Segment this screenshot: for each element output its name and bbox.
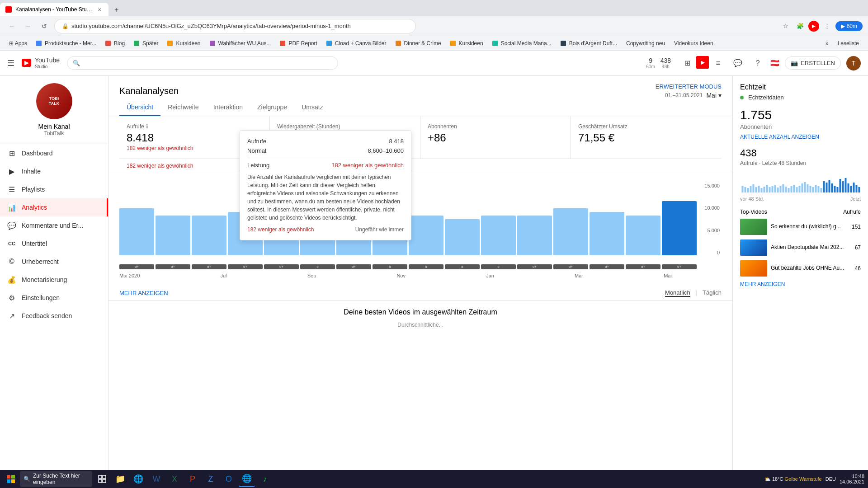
erweiterter-modus-button[interactable]: ERWEITERTER MODUS (656, 83, 722, 90)
date-range-text: 01.–31.05.2021 (665, 92, 703, 99)
taskbar-excel[interactable]: X (166, 471, 183, 487)
user-avatar[interactable]: T (846, 56, 861, 70)
mehr-anzeigen-btn[interactable]: MEHR ANZEIGEN (740, 281, 861, 287)
bookmark-social[interactable]: Social Media Mana... (489, 38, 555, 48)
info-icon[interactable]: ℹ (146, 123, 148, 130)
bookmark-pdf[interactable]: PDF Report (276, 38, 321, 48)
taskbar-word[interactable]: W (148, 471, 165, 487)
tab-interaktion[interactable]: Interaktion (206, 99, 250, 116)
bar-group-11[interactable] (517, 183, 552, 255)
bar-group-2[interactable] (192, 183, 226, 255)
bookmark-bois[interactable]: Bois d'Argent Duft... (557, 38, 621, 48)
bookmark-cload[interactable]: Cload + Canva Bilder (323, 38, 390, 48)
extension-btn[interactable]: 🧩 (794, 20, 807, 33)
date-period-selector[interactable]: Mai ▾ (706, 92, 722, 99)
menu-btn[interactable]: ≡ (711, 56, 725, 70)
top-videos-header: Top-Videos Aufrufe (740, 209, 861, 215)
taskbar-task-view[interactable] (94, 471, 110, 487)
bar-group-14[interactable] (626, 183, 660, 255)
nav-item-dashboard[interactable]: ⊞ Dashboard (0, 144, 108, 162)
yt-studio-logo[interactable]: ▶ YouTube Studio (22, 57, 60, 69)
back-button[interactable]: ← (5, 20, 18, 33)
bar-group-13[interactable] (590, 183, 624, 255)
grid-view-btn[interactable]: ⊞ (680, 56, 694, 70)
tab-umsatz[interactable]: Umsatz (294, 99, 330, 116)
forward-button[interactable]: → (22, 20, 34, 33)
play-btn[interactable]: ▶ (696, 56, 709, 69)
help-btn[interactable]: ? (750, 56, 765, 70)
active-tab[interactable]: Kanalanalysen - YouTube Studio ✕ (0, 3, 108, 16)
svg-rect-4 (753, 184, 755, 192)
taskbar-outlook[interactable]: O (221, 471, 237, 487)
reload-button[interactable]: ↺ (38, 20, 51, 33)
bookmark-kursideen2[interactable]: Kursideen (447, 38, 487, 48)
search-input[interactable] (84, 60, 332, 66)
monatlich-btn[interactable]: Monatlich (665, 289, 690, 297)
nav-item-analytics[interactable]: 📊 Analytics (0, 198, 108, 216)
top-video-item-3[interactable]: Gut bezahlte Jobs OHNE Au... 46 (740, 260, 861, 277)
bar-group-1[interactable] (156, 183, 190, 255)
tab-close-btn[interactable]: ✕ (96, 6, 103, 13)
excel-icon: X (172, 474, 177, 484)
taskbar-search-btn[interactable]: 🔍 Zur Suche Text hier eingeben (20, 471, 92, 487)
nav-item-monetarisierung[interactable]: 💰 Monetarisierung (0, 271, 108, 289)
top-video-item-1[interactable]: So erkennst du (wirklich!) g... 151 (740, 219, 861, 235)
bookmark-star-btn[interactable]: ☆ (779, 20, 792, 33)
nav-item-playlists[interactable]: ☰ Playlists (0, 180, 108, 198)
search-bar[interactable]: 🔍 (67, 56, 338, 70)
nav-item-kommentare[interactable]: 💬 Kommentare und Er... (0, 216, 108, 235)
channel-avatar-large[interactable]: TOBITALK (36, 83, 72, 119)
hamburger-menu-icon[interactable]: ☰ (7, 58, 14, 68)
weather-warning: Gelbe Warnstufe (785, 476, 822, 482)
nav-item-urheberrecht[interactable]: © Urheberrecht (0, 253, 108, 271)
taskbar-zoom[interactable]: Z (203, 471, 219, 487)
date-selector: 01.–31.05.2021 Mai ▾ (665, 92, 722, 99)
bookmark-blog[interactable]: Blog (102, 38, 128, 48)
mehr-anzeigen-chart-btn[interactable]: MEHR ANZEIGEN (119, 290, 168, 296)
bookmark-apps[interactable]: ⊞ Apps (5, 38, 31, 48)
bar-group-10[interactable] (481, 183, 516, 255)
taskbar-chrome[interactable]: 🌐 (239, 471, 255, 487)
yt-extension-btn[interactable]: ▶ (808, 21, 819, 32)
bar-group-12[interactable] (553, 183, 588, 255)
bookmark-produktsuche[interactable]: Produktsuche - Mer... (33, 38, 100, 48)
echtzeit-label: Echtzeitdaten (748, 94, 784, 101)
new-tab-button[interactable]: + (110, 4, 123, 16)
nav-item-inhalte[interactable]: ▶ Inhalte (0, 162, 108, 180)
taskbar-spotify[interactable]: ♪ (257, 471, 273, 487)
taeglich-btn[interactable]: Täglich (703, 289, 722, 297)
nav-item-untertitel[interactable]: CC Untertitel (0, 235, 108, 253)
tab-reichweite[interactable]: Reichweite (160, 99, 206, 116)
bar-group-0[interactable] (119, 183, 154, 255)
bar-14 (626, 216, 660, 255)
nav-item-feedback[interactable]: ↗ Feedback senden (0, 307, 108, 325)
bookmark-kursideen[interactable]: Kursideen (164, 38, 204, 48)
bookmark-copywriting[interactable]: Copywriting neu (623, 38, 669, 48)
bar-group-15[interactable] (662, 183, 697, 255)
yt-topbar: ☰ ▶ YouTube Studio 🔍 9 60m 438 48h (0, 51, 868, 76)
taskbar-edge[interactable]: 🌐 (130, 471, 146, 487)
taskbar-powerpoint[interactable]: P (184, 471, 201, 487)
address-input[interactable]: 🔒 studio.youtube.com/channel/UC6N5u-OiGz… (54, 19, 416, 33)
taskbar-file-explorer[interactable]: 📁 (112, 471, 128, 487)
aktuelle-anzeigen-btn[interactable]: AKTUELLE ANZAHL ANZEIGEN (740, 134, 861, 140)
bar-group-8[interactable] (409, 183, 443, 255)
notifications-btn[interactable]: 💬 (731, 56, 745, 70)
bookmark-spaeter[interactable]: Später (130, 38, 162, 48)
stat-abonnenten-value: +86 (428, 131, 563, 144)
bookmark-dinner[interactable]: Dinner & Crime (392, 38, 445, 48)
tab-zielgruppe[interactable]: Zielgruppe (250, 99, 294, 116)
bookmark-more-btn[interactable]: » (822, 38, 832, 48)
top-videos-title-text: Top-Videos (740, 209, 767, 215)
bookmark-videokurs[interactable]: Videokurs Ideen (670, 38, 717, 48)
bookmark-leseliste[interactable]: Leseliste (834, 38, 863, 48)
top-video-item-2[interactable]: Aktien Depotupdate Mai 202... 67 (740, 239, 861, 256)
profile-button[interactable]: ▶ 60m (835, 21, 863, 31)
start-button[interactable] (4, 472, 18, 486)
settings-btn[interactable]: ⋮ (821, 20, 834, 33)
erstellen-button[interactable]: 📷 ERSTELLEN (785, 56, 841, 70)
bar-group-9[interactable] (445, 183, 480, 255)
tab-uebersicht[interactable]: Übersicht (119, 99, 160, 116)
nav-item-einstellungen[interactable]: ⚙ Einstellungen (0, 289, 108, 307)
bookmark-wahlfach[interactable]: Wahlfächer WU Aus... (206, 38, 275, 48)
